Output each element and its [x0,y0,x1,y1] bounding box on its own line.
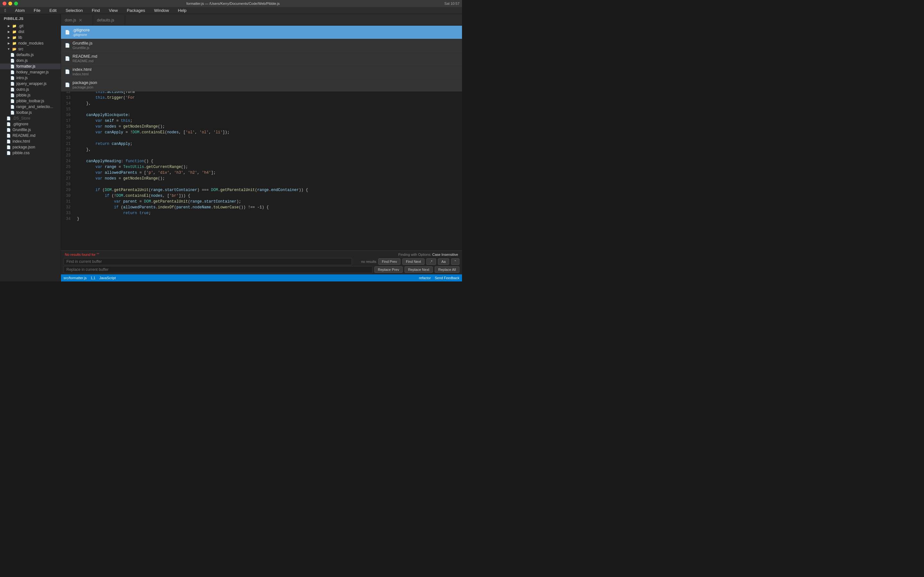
replace-input[interactable] [63,266,373,273]
minimize-button[interactable] [8,2,12,5]
find-row: no results Find Prev Find Next .* Aa " [63,258,459,265]
file-icon: 📄 [6,134,11,138]
sidebar-item-toolbar-js[interactable]: 📄 toolbar.js [0,110,61,115]
menu-edit[interactable]: Edit [47,7,58,13]
sidebar-item-ds-store[interactable]: 📄 .DS_Store [0,115,61,121]
line-number: 19 [61,129,74,135]
tab-defaults-js[interactable]: defaults.js [93,15,125,25]
menu-find[interactable]: Find [90,7,102,13]
sidebar-item-formatter-js[interactable]: 📄 formatter.js [0,63,61,69]
close-button[interactable] [3,2,6,5]
tab-dom-js[interactable]: dom.js ✕ [61,15,93,25]
menu-window[interactable]: Window [152,7,171,13]
table-row: 30 if (!DOM.containsEl(nodes, ['br'])) { [61,193,462,199]
line-code: var allowedParents = ['p', 'div', 'h3', … [74,170,462,176]
replace-row: Replace Prev Replace Next Replace All [63,266,459,273]
sidebar-item-git[interactable]: ▶ 📁 .git [0,23,61,29]
line-code: var parent = DOM.getParentalUnit(range.s… [74,199,462,205]
fuzzy-result-main: index.html [73,67,91,72]
menu-view[interactable]: View [107,7,120,13]
send-feedback-label[interactable]: Send Feedback [435,276,459,280]
fuzzy-result-gitignore[interactable]: 📄 .gitignore .gitignore [61,26,462,39]
sidebar-item-package-json[interactable]: 📄 package.json [0,144,61,150]
folder-icon: 📁 [12,41,17,45]
sidebar-item-hotkey-manager-js[interactable]: 📄 hotkey_manager.js [0,69,61,75]
line-code: if (allowedParents.indexOf(parent.nodeNa… [74,205,462,210]
line-number: 28 [61,181,74,187]
replace-next-button[interactable]: Replace Next [405,266,433,273]
sidebar-item-pibble-js[interactable]: 📄 pibble.js [0,92,61,98]
sidebar-item-dist[interactable]: ▶ 📁 dist [0,29,61,35]
status-bar: src/formatter.js 1,1 JavaScript refactor… [61,274,462,282]
file-icon: 📄 [6,139,11,143]
status-right: refactor Send Feedback [419,276,459,280]
folder-open-icon: 📂 [12,47,17,51]
file-icon: 📄 [10,70,15,74]
sidebar-item-gitignore[interactable]: 📄 .gitignore [0,121,61,127]
find-prev-button[interactable]: Find Prev [378,258,401,265]
sidebar-item-pibble-css[interactable]: 📄 pibble.css [0,150,61,156]
fuzzy-result-sub: Gruntfile.js [73,46,92,50]
fuzzy-result-index-html[interactable]: 📄 index.html index.html [61,65,462,78]
maximize-button[interactable] [14,2,18,5]
menu-help[interactable]: Help [176,7,189,13]
find-next-button[interactable]: Find Next [402,258,425,265]
arrow-icon: ▶ [6,36,11,39]
find-input[interactable] [63,258,352,265]
tab-close-icon[interactable]: ✕ [79,18,82,23]
line-number: 32 [61,205,74,210]
fuzzy-result-readme[interactable]: 📄 README.md README.md [61,52,462,65]
word-button[interactable]: " [451,258,459,265]
sidebar-item-defaults-js[interactable]: 📄 defaults.js [0,52,61,58]
sidebar-item-src[interactable]: ▼ 📂 src [0,46,61,52]
table-row: 13 this.trigger('For [61,95,462,101]
folder-icon: 📁 [12,30,17,34]
menu-packages[interactable]: Packages [125,7,147,13]
sidebar-item-outro-js[interactable]: 📄 outro.js [0,87,61,92]
line-number: 25 [61,164,74,170]
table-row: 33 return true; [61,210,462,216]
sidebar-item-readme-md[interactable]: 📄 README.md [0,133,61,139]
line-number: 16 [61,112,74,118]
replace-all-button[interactable]: Replace All [435,266,459,273]
line-number: 33 [61,210,74,216]
line-number: 15 [61,106,74,112]
sidebar-item-range-selection-js[interactable]: 📄 range_and_selectio... [0,104,61,110]
fuzzy-result-package-json[interactable]: 📄 package.json package.json [61,78,462,91]
regex-button[interactable]: .* [426,258,436,265]
line-code: var nodes = getNodesInRange(); [74,176,462,181]
sidebar-label: .git [18,24,23,28]
menu-file[interactable]: File [32,7,42,13]
replace-prev-button[interactable]: Replace Prev [375,266,403,273]
sidebar-label: formatter.js [16,64,35,69]
line-number: 22 [61,147,74,153]
file-icon: 📄 [10,87,15,92]
fuzzy-result-sub: README.md [73,59,97,63]
line-number: 13 [61,95,74,101]
line-code [74,135,462,141]
file-path: src/formatter.js [63,276,87,280]
sidebar-item-intro-js[interactable]: 📄 intro.js [0,75,61,81]
file-icon: 📄 [65,69,70,74]
menu-atom[interactable]: Atom [13,7,27,13]
arrow-icon: ▶ [6,42,11,45]
sidebar-item-jquery-wrapper-js[interactable]: 📄 jquery_wrapper.js [0,81,61,87]
sidebar-item-index-html[interactable]: 📄 index.html [0,139,61,144]
fuzzy-result-gruntfile[interactable]: 📄 Gruntfile.js Gruntfile.js [61,39,462,52]
line-number: 29 [61,187,74,193]
sidebar-item-gruntfile-js[interactable]: 📄 Gruntfile.js [0,127,61,133]
file-icon: 📄 [10,53,15,57]
sidebar-item-dom-js[interactable]: 📄 dom.js [0,58,61,63]
line-code [74,153,462,158]
menu-apple[interactable]:  [3,7,8,13]
sidebar-item-lib[interactable]: ▶ 📁 lib [0,35,61,40]
sidebar-item-pibble-toolbar-js[interactable]: 📄 pibble_toolbar.js [0,98,61,104]
file-icon: 📄 [10,105,15,109]
case-button[interactable]: Aa [438,258,449,265]
menu-selection[interactable]: Selection [63,7,84,13]
window-title: formatter.js — /Users/Kerry/Documents/Co… [22,2,444,5]
line-number: 21 [61,141,74,147]
sidebar-item-node-modules[interactable]: ▶ 📁 node_modules [0,40,61,46]
sidebar-label: Gruntfile.js [13,127,31,132]
file-icon: 📄 [6,151,11,155]
